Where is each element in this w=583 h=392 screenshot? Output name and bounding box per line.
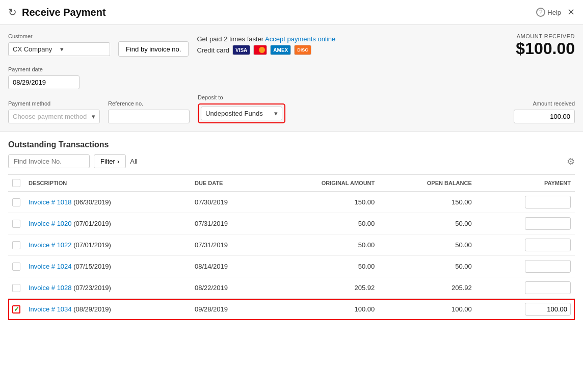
discover-icon: DISC bbox=[294, 45, 311, 55]
customer-dropdown-arrow: ▾ bbox=[60, 45, 105, 53]
row-payment-cell bbox=[476, 277, 575, 299]
invoice-date: (06/30/2019) bbox=[73, 198, 111, 206]
customer-select[interactable]: CX Company ▾ bbox=[8, 42, 110, 56]
credit-card-row: Credit card VISA AMEX DISC bbox=[197, 45, 335, 55]
row-description: Invoice # 1034 (08/29/2019) bbox=[24, 299, 191, 320]
payment-method-label: Payment method bbox=[8, 100, 100, 107]
invoice-link[interactable]: Invoice # 1018 bbox=[29, 198, 72, 206]
payments-online-text: Get paid 2 times faster Accept payments … bbox=[197, 35, 335, 43]
help-button[interactable]: ? Help bbox=[536, 8, 561, 17]
row-payment-cell bbox=[476, 213, 575, 234]
form-row-3: Payment method Choose payment method ▾ R… bbox=[8, 94, 575, 132]
table-row: Invoice # 1028 (07/23/2019)08/22/2019205… bbox=[8, 277, 575, 299]
row-open-balance: 50.00 bbox=[379, 256, 476, 277]
row-checkbox[interactable] bbox=[12, 263, 20, 271]
filter-label: Filter bbox=[100, 158, 115, 165]
deposit-to-value: Undeposited Funds bbox=[205, 110, 272, 117]
payment-date-label: Payment date bbox=[8, 66, 575, 72]
invoice-link[interactable]: Invoice # 1020 bbox=[29, 220, 72, 227]
row-payment-input[interactable] bbox=[525, 217, 571, 230]
visa-icon: VISA bbox=[232, 45, 250, 55]
reference-no-block: Reference no. bbox=[108, 100, 190, 123]
row-due-date: 08/22/2019 bbox=[191, 277, 267, 299]
invoice-date: (07/01/2019) bbox=[73, 220, 111, 227]
credit-card-label: Credit card bbox=[197, 46, 229, 54]
top-bar-right: ? Help ✕ bbox=[536, 7, 575, 18]
row-open-balance: 50.00 bbox=[379, 213, 476, 234]
deposit-to-highlight: Undeposited Funds ▾ bbox=[198, 103, 285, 123]
row-checkbox-cell bbox=[8, 277, 24, 299]
find-invoice-input[interactable] bbox=[8, 154, 90, 168]
receive-payment-icon: ↻ bbox=[8, 6, 17, 18]
row-payment-input[interactable] bbox=[525, 196, 571, 208]
reference-no-input[interactable] bbox=[108, 110, 190, 123]
customer-value: CX Company bbox=[13, 45, 58, 53]
filter-button[interactable]: Filter › bbox=[94, 154, 126, 168]
page-title: Receive Payment bbox=[22, 7, 106, 18]
row-original-amount: 205.92 bbox=[267, 277, 379, 299]
row-due-date: 09/28/2019 bbox=[191, 299, 267, 320]
settings-button[interactable]: ⚙ bbox=[567, 156, 575, 167]
payment-method-arrow: ▾ bbox=[92, 113, 95, 120]
row-payment-input[interactable] bbox=[525, 239, 571, 251]
table-header-row: DESCRIPTION DUE DATE ORIGINAL AMOUNT OPE… bbox=[8, 175, 575, 192]
invoice-link[interactable]: Invoice # 1034 bbox=[29, 305, 72, 313]
header-checkbox[interactable] bbox=[12, 179, 20, 187]
row-payment-input[interactable] bbox=[525, 281, 571, 294]
table-row: Invoice # 1020 (07/01/2019)07/31/201950.… bbox=[8, 213, 575, 234]
row-checkbox-cell bbox=[8, 192, 24, 213]
payment-method-select[interactable]: Choose payment method ▾ bbox=[8, 110, 100, 123]
payment-date-block: Payment date bbox=[8, 66, 575, 89]
payments-online-block: Get paid 2 times faster Accept payments … bbox=[197, 35, 335, 55]
invoice-date: (07/01/2019) bbox=[73, 241, 111, 249]
row-description: Invoice # 1028 (07/23/2019) bbox=[24, 277, 191, 299]
row-original-amount: 150.00 bbox=[267, 192, 379, 213]
header-checkbox-cell bbox=[8, 175, 24, 192]
row-description: Invoice # 1018 (06/30/2019) bbox=[24, 192, 191, 213]
find-invoice-button[interactable]: Find by invoice no. bbox=[118, 41, 189, 57]
row-original-amount: 50.00 bbox=[267, 234, 379, 256]
invoice-date: (07/23/2019) bbox=[73, 284, 111, 292]
row-due-date: 08/14/2019 bbox=[191, 256, 267, 277]
row-payment-input[interactable] bbox=[525, 303, 571, 316]
deposit-to-select[interactable]: Undeposited Funds ▾ bbox=[201, 107, 282, 120]
row-original-amount: 50.00 bbox=[267, 256, 379, 277]
accept-payments-link[interactable]: Accept payments online bbox=[265, 35, 335, 43]
payment-method-placeholder: Choose payment method bbox=[13, 113, 90, 120]
row-checkbox-cell bbox=[8, 213, 24, 234]
close-button[interactable]: ✕ bbox=[567, 7, 575, 18]
payment-method-block: Payment method Choose payment method ▾ bbox=[8, 100, 100, 123]
filter-row: Filter › All ⚙ bbox=[8, 154, 575, 168]
amount-received-field-label: Amount received bbox=[514, 100, 575, 107]
row-checkbox[interactable]: ✓ bbox=[12, 305, 20, 313]
payments-online-prefix: Get paid 2 times faster bbox=[197, 35, 263, 43]
mastercard-icon bbox=[253, 45, 267, 55]
row-checkbox[interactable] bbox=[12, 198, 20, 206]
row-open-balance: 150.00 bbox=[379, 192, 476, 213]
row-original-amount: 50.00 bbox=[267, 213, 379, 234]
invoice-link[interactable]: Invoice # 1028 bbox=[29, 284, 72, 292]
reference-no-label: Reference no. bbox=[108, 100, 190, 107]
row-checkbox[interactable] bbox=[12, 241, 20, 249]
row-due-date: 07/31/2019 bbox=[191, 213, 267, 234]
deposit-to-block: Deposit to Undeposited Funds ▾ bbox=[198, 94, 285, 123]
amex-icon: AMEX bbox=[270, 45, 291, 55]
all-filter-label: All bbox=[130, 158, 137, 165]
col-description: DESCRIPTION bbox=[24, 175, 191, 192]
row-payment-input[interactable] bbox=[525, 260, 571, 273]
table-row: Invoice # 1018 (06/30/2019)07/30/2019150… bbox=[8, 192, 575, 213]
amount-received-field-input[interactable] bbox=[514, 110, 575, 123]
row-checkbox[interactable] bbox=[12, 220, 20, 228]
row-payment-cell bbox=[476, 234, 575, 256]
col-due-date: DUE DATE bbox=[191, 175, 267, 192]
row-open-balance: 50.00 bbox=[379, 234, 476, 256]
invoice-link[interactable]: Invoice # 1022 bbox=[29, 241, 72, 249]
row-checkbox-cell bbox=[8, 256, 24, 277]
row-original-amount: 100.00 bbox=[267, 299, 379, 320]
deposit-to-arrow: ▾ bbox=[274, 110, 278, 117]
invoice-date: (07/15/2019) bbox=[73, 263, 111, 270]
invoice-link[interactable]: Invoice # 1024 bbox=[29, 263, 72, 270]
transactions-table: DESCRIPTION DUE DATE ORIGINAL AMOUNT OPE… bbox=[8, 174, 575, 320]
row-checkbox[interactable] bbox=[12, 284, 20, 292]
payment-date-input[interactable] bbox=[8, 75, 80, 89]
